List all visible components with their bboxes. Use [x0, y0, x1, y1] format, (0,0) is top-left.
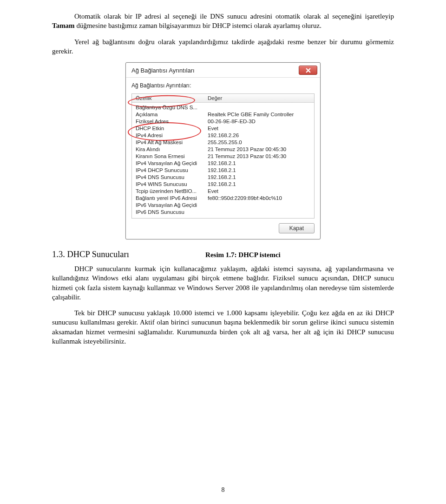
paragraph-3: DHCP sunucularını kurmak için kullanacağ… [52, 264, 394, 302]
caption-row: 1.3. DHCP Sunucuları Resim 1.7: DHCP ist… [52, 250, 394, 259]
property-value [204, 208, 314, 215]
table-row: IPv4 DNS Sunucusu192.168.2.1 [132, 173, 314, 180]
property-label: IPv4 Varsayılan Ağ Geçidi [132, 159, 204, 166]
table-row: Kira Alındı21 Temmuz 2013 Pazar 00:45:30 [132, 146, 314, 153]
table-row: IPv4 Alt Ağ Maskesi255.255.255.0 [132, 139, 314, 146]
dialog-screenshot: Ağ Bağlantısı Ayrıntıları Ağ Bağlantısı … [52, 62, 394, 239]
close-button[interactable] [299, 66, 317, 75]
dialog-footer: Kapat [131, 219, 315, 233]
property-label: Kira Alındı [132, 146, 204, 153]
page-number: 8 [0, 486, 446, 494]
p1-text-c: düğmesine bastığımız zaman bilgisayarımı… [75, 22, 321, 29]
p1-bold: Tamam [52, 22, 75, 29]
property-label: Bağlantı yerel IPv6 Adresi [132, 194, 204, 201]
table-row: DHCP EtkinEvet [132, 125, 314, 132]
table-row: IPv4 WINS Sunucusu192.168.2.1 [132, 180, 314, 187]
p1-text-a: Otomatik olarak bir IP adresi al seçeneğ… [74, 13, 394, 20]
property-value: 192.168.2.26 [204, 132, 314, 139]
property-value: 192.168.2.1 [204, 173, 314, 180]
property-label: Kiranın Sona Ermesi [132, 153, 204, 159]
table-row: Kiranın Sona Ermesi21 Temmuz 2013 Pazar … [132, 153, 314, 159]
properties-header: Özellik Değer [132, 94, 314, 103]
property-label: Açıklama [132, 111, 204, 118]
property-label: IPv4 Alt Ağ Maskesi [132, 139, 204, 146]
header-property: Özellik [132, 94, 204, 102]
property-label: Bağlantıya Özgü DNS S... [132, 104, 204, 111]
property-value [204, 201, 314, 208]
property-value: 21 Temmuz 2013 Pazar 00:45:30 [204, 146, 314, 153]
property-label: IPv4 WINS Sunucusu [132, 180, 204, 187]
dialog-separator [126, 77, 320, 78]
dialog-body: Ağ Bağlantısı Ayrıntıları: Özellik Değer… [126, 80, 320, 239]
property-value: 192.168.2.1 [204, 166, 314, 173]
table-row: IPv4 Varsayılan Ağ Geçidi192.168.2.1 [132, 159, 314, 166]
property-label: IPv6 DNS Sunucusu [132, 208, 204, 215]
table-row: IPv6 DNS Sunucusu [132, 208, 314, 215]
table-row: Fiziksel Adres00-26-9E-8F-ED-3D [132, 118, 314, 125]
property-value: Evet [204, 187, 314, 194]
property-label: IPv4 DHCP Sunucusu [132, 166, 204, 173]
property-value: 00-26-9E-8F-ED-3D [204, 118, 314, 125]
close-icon [306, 68, 311, 73]
paragraph-2: Yerel ağ bağlantısını doğru olarak yapıl… [52, 37, 394, 56]
property-value: fe80::950d:2209:89bf:4b0c%10 [204, 194, 314, 201]
property-label: DHCP Etkin [132, 125, 204, 132]
property-value: Evet [204, 125, 314, 132]
property-label: IPv4 Adresi [132, 132, 204, 139]
figure-caption: Resim 1.7: DHCP istemci [92, 251, 394, 259]
table-row: IPv6 Varsayılan Ağ Geçidi [132, 201, 314, 208]
table-row: Bağlantı yerel IPv6 Adresife80::950d:220… [132, 194, 314, 201]
table-row: IPv4 Adresi192.168.2.26 [132, 132, 314, 139]
kapat-button[interactable]: Kapat [279, 223, 315, 233]
paragraph-1: Otomatik olarak bir IP adresi al seçeneğ… [52, 12, 394, 31]
table-row: AçıklamaRealtek PCIe GBE Family Controll… [132, 111, 314, 118]
network-details-dialog: Ağ Bağlantısı Ayrıntıları Ağ Bağlantısı … [125, 62, 321, 239]
table-row: Bağlantıya Özgü DNS S... [132, 104, 314, 111]
property-label: IPv6 Varsayılan Ağ Geçidi [132, 201, 204, 208]
dialog-subtitle: Ağ Bağlantısı Ayrıntıları: [131, 82, 315, 89]
properties-table: Özellik Değer Bağlantıya Özgü DNS S...Aç… [131, 93, 315, 219]
property-value: Realtek PCIe GBE Family Controller [204, 111, 314, 118]
properties-body: Bağlantıya Özgü DNS S...AçıklamaRealtek … [132, 103, 314, 218]
property-label: Tcpip üzerinden NetBIO... [132, 187, 204, 194]
paragraph-4: Tek bir DHCP sunucusu yaklaşık 10.000 is… [52, 308, 394, 346]
dialog-titlebar: Ağ Bağlantısı Ayrıntıları [126, 63, 320, 77]
property-value [204, 104, 314, 111]
property-value: 21 Temmuz 2013 Pazar 01:45:30 [204, 153, 314, 159]
property-value: 192.168.2.1 [204, 159, 314, 166]
property-value: 192.168.2.1 [204, 180, 314, 187]
dialog-title-text: Ağ Bağlantısı Ayrıntıları [131, 67, 195, 74]
table-row: Tcpip üzerinden NetBIO...Evet [132, 187, 314, 194]
property-value: 255.255.255.0 [204, 139, 314, 146]
table-row: IPv4 DHCP Sunucusu192.168.2.1 [132, 166, 314, 173]
property-label: Fiziksel Adres [132, 118, 204, 125]
header-value: Değer [204, 94, 314, 102]
property-label: IPv4 DNS Sunucusu [132, 173, 204, 180]
